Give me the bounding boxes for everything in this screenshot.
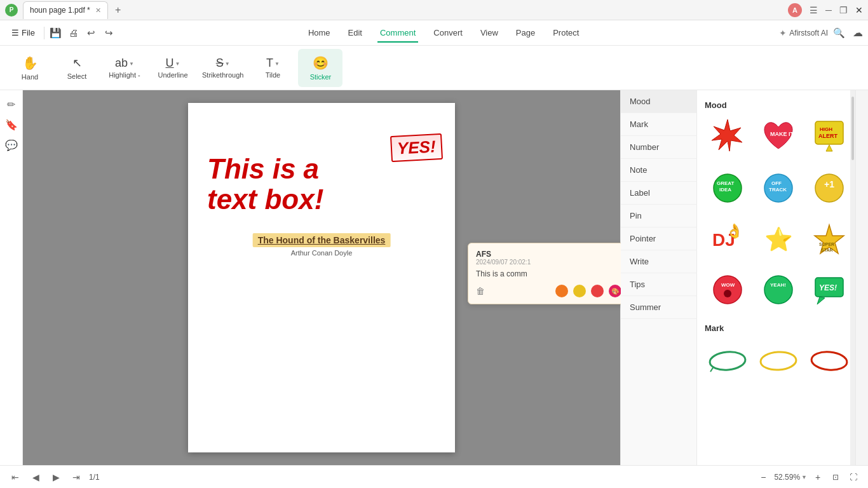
strikethrough-tool-btn[interactable]: S ▼ Strikethrough — [198, 49, 247, 87]
sidebar-bookmark-icon[interactable]: 🔖 — [3, 116, 20, 133]
sticker-label: Sticker — [310, 73, 332, 81]
svg-text:HIGH: HIGH — [820, 126, 832, 132]
sidebar-edit-icon[interactable]: ✏ — [3, 95, 20, 113]
save-btn[interactable]: 💾 — [47, 24, 65, 42]
underline-label: Underline — [158, 71, 187, 79]
sticker-cat-mood[interactable]: Mood — [621, 90, 696, 113]
right-far-sidebar — [855, 90, 868, 465]
first-page-btn[interactable]: ⇤ — [8, 470, 23, 485]
file-menu-btn[interactable]: ☰ File — [5, 23, 41, 43]
sticker-mark-yellow[interactable] — [756, 338, 801, 384]
sticker-item[interactable] — [705, 115, 750, 161]
sticker-icon: 😊 — [313, 55, 329, 71]
hand-label: Hand — [22, 73, 38, 81]
hand-tool-btn[interactable]: ✋ Hand — [8, 49, 52, 87]
sticker-item[interactable]: WOW — [705, 268, 750, 313]
prev-page-btn[interactable]: ◀ — [28, 470, 43, 485]
nav-view[interactable]: View — [473, 25, 506, 40]
zoom-percent: 52.59% — [774, 473, 800, 482]
sticker-item[interactable]: HIGH ALERT — [806, 115, 850, 161]
sticker-item[interactable]: SUPER STAR — [806, 217, 850, 262]
sticker-item[interactable]: YES! — [806, 268, 850, 313]
sticker-mark-red[interactable] — [806, 338, 850, 384]
comment-delete-btn[interactable]: 🗑 — [476, 286, 485, 296]
nav-home[interactable]: Home — [301, 25, 338, 40]
sticker-cat-pointer[interactable]: Pointer — [621, 227, 696, 250]
comment-text: This is a comm — [476, 269, 620, 278]
svg-text:ALERT: ALERT — [818, 133, 837, 139]
highlight-tool-btn[interactable]: ab ▼ Highlight - — [102, 49, 147, 87]
nav-page[interactable]: Page — [508, 25, 543, 40]
last-page-btn[interactable]: ⇥ — [69, 470, 84, 485]
color-orange-btn[interactable] — [555, 285, 568, 297]
main-area: ✏ 🔖 💬 YES! This is a text box! The Hound… — [0, 90, 868, 465]
nav-protect[interactable]: Protect — [545, 25, 587, 40]
pdf-text-box: This is a text box! — [207, 154, 347, 215]
window-close-btn[interactable]: ✕ — [855, 5, 863, 15]
color-yellow-btn[interactable] — [573, 285, 586, 297]
sticker-tool-btn[interactable]: 😊 Sticker — [298, 49, 342, 87]
sticker-cat-pin[interactable]: Pin — [621, 205, 696, 227]
sticker-item[interactable]: ⭐ — [756, 217, 801, 262]
underline-tool-btn[interactable]: U ▼ Underline — [150, 49, 196, 87]
color-picker-btn[interactable]: 🎨 — [609, 285, 620, 297]
redo-btn[interactable]: ↪ — [100, 24, 118, 42]
window-settings-btn[interactable]: ☰ — [810, 5, 818, 15]
sticker-item[interactable]: MAKE IT — [756, 115, 801, 161]
highlight-arrow-icon: ▼ — [129, 61, 134, 67]
zoom-display: 52.59% ▼ — [774, 473, 807, 482]
document-tab[interactable]: houn page 1.pdf * ✕ — [23, 1, 108, 19]
undo-btn[interactable]: ↩ — [83, 24, 100, 42]
sticker-cat-note[interactable]: Note — [621, 159, 696, 182]
fit-page-btn[interactable]: ⊡ — [829, 470, 843, 484]
highlight-icon: ab — [115, 57, 128, 70]
nav-convert[interactable]: Convert — [426, 25, 470, 40]
tab-close-btn[interactable]: ✕ — [95, 6, 101, 15]
pdf-area[interactable]: YES! This is a text box! The Hound of th… — [23, 90, 620, 465]
sticker-scrollbar[interactable] — [850, 90, 855, 465]
cloud-btn[interactable]: ☁ — [853, 27, 863, 39]
sticker-cat-label[interactable]: Label — [621, 182, 696, 205]
sticker-cat-tips[interactable]: Tips — [621, 273, 696, 296]
sticker-category-list: Mood Mark Number Note Label Pin Pointer … — [621, 90, 697, 465]
sticker-cat-summer[interactable]: Summer — [621, 296, 696, 319]
sticker-cat-number[interactable]: Number — [621, 136, 696, 159]
sticker-cat-write[interactable]: Write — [621, 250, 696, 273]
sticker-item[interactable]: YEAH! — [756, 268, 801, 313]
sticker-item[interactable]: DJ 👌 — [705, 217, 750, 262]
svg-point-29 — [760, 351, 796, 371]
fullscreen-btn[interactable]: ⛶ — [846, 470, 860, 484]
sticker-item[interactable]: GREAT IDEA — [705, 166, 750, 212]
user-avatar: A — [788, 3, 802, 17]
new-tab-btn[interactable]: + — [111, 3, 126, 18]
zoom-in-btn[interactable]: + — [811, 470, 825, 484]
color-red-btn[interactable] — [591, 285, 604, 297]
nav-edit[interactable]: Edit — [341, 25, 370, 40]
tilde-tool-btn[interactable]: T ▼ Tilde — [250, 49, 295, 87]
svg-text:YEAH!: YEAH! — [770, 282, 786, 288]
pdf-page: YES! This is a text box! The Hound of th… — [188, 103, 455, 452]
next-page-btn[interactable]: ▶ — [48, 470, 64, 485]
sticker-grid-area: Mood — [697, 90, 850, 465]
sticker-item[interactable]: +1 — [806, 166, 850, 212]
svg-point-27 — [709, 351, 745, 372]
nav-comment[interactable]: Comment — [372, 25, 423, 40]
select-label: Select — [67, 72, 87, 80]
sidebar-comment-icon[interactable]: 💬 — [3, 136, 20, 154]
sticker-cat-mark[interactable]: Mark — [621, 113, 696, 136]
svg-text:STAR: STAR — [821, 248, 833, 252]
sticker-item[interactable]: OFF TRACK — [756, 166, 801, 212]
window-restore-btn[interactable]: ❐ — [839, 5, 848, 15]
search-btn[interactable]: 🔍 — [833, 27, 845, 39]
window-minimize-btn[interactable]: ─ — [825, 5, 832, 15]
svg-text:TRACK: TRACK — [769, 187, 787, 193]
svg-point-30 — [810, 351, 847, 372]
select-tool-btn[interactable]: ↖ Select — [55, 49, 99, 87]
sticker-mark-green[interactable] — [705, 338, 750, 384]
print-btn[interactable]: 🖨 — [65, 24, 83, 42]
zoom-arrow-icon[interactable]: ▼ — [801, 474, 807, 480]
strikethrough-arrow-icon: ▼ — [225, 61, 230, 67]
zoom-out-btn[interactable]: − — [756, 470, 770, 484]
tilde-arrow-icon: ▼ — [275, 61, 280, 67]
ai-btn[interactable]: ✦ Afirstsoft AI — [779, 28, 828, 38]
